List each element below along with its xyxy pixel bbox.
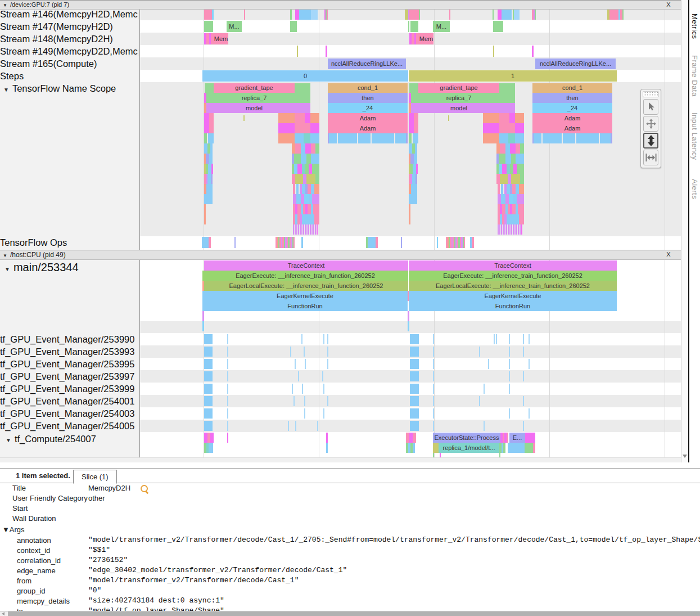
trace-event[interactable]	[204, 123, 209, 133]
trace-event[interactable]	[437, 237, 438, 248]
cpu-track-header[interactable]: ▼/host:CPU (pid 49) X	[0, 250, 681, 260]
trace-event[interactable]	[227, 347, 228, 357]
trace-event[interactable]	[206, 103, 214, 113]
trace-event[interactable]: replica_7	[214, 93, 295, 103]
trace-event[interactable]	[204, 421, 213, 431]
trace-event[interactable]	[409, 83, 418, 93]
trace-event[interactable]	[204, 384, 213, 394]
trace-event[interactable]	[395, 133, 406, 143]
trace-event[interactable]	[313, 224, 314, 235]
trace-event[interactable]	[600, 133, 611, 143]
trace-event[interactable]: M...	[433, 21, 450, 32]
trace-event[interactable]	[205, 83, 214, 93]
track-row-label[interactable]: Stream #146(MemcpyH2D,Memcp	[0, 8, 138, 20]
trace-event[interactable]	[210, 433, 214, 443]
trace-event[interactable]	[507, 433, 508, 443]
trace-event[interactable]	[301, 224, 302, 235]
trace-event[interactable]	[227, 408, 228, 419]
trace-event[interactable]	[498, 8, 502, 20]
trace-event[interactable]	[304, 194, 309, 204]
trace-event[interactable]	[508, 443, 525, 453]
trace-event[interactable]	[576, 133, 599, 143]
trace-event[interactable]: 1	[409, 70, 617, 82]
trace-event[interactable]	[304, 408, 305, 419]
collapse-arrow-icon[interactable]: ▼	[6, 437, 11, 443]
trace-event[interactable]	[520, 174, 524, 184]
trace-event[interactable]	[433, 443, 439, 453]
trace-event[interactable]	[298, 224, 299, 235]
trace-event[interactable]	[479, 347, 480, 357]
trace-event[interactable]: EagerKernelExecute	[202, 291, 408, 301]
trace-event[interactable]	[409, 8, 419, 20]
trace-event[interactable]	[519, 214, 524, 224]
trace-event[interactable]: E...	[509, 433, 525, 443]
trace-event[interactable]	[525, 433, 535, 443]
trace-event[interactable]: replica_1/model/t...	[439, 443, 499, 453]
trace-event[interactable]	[523, 421, 524, 431]
trace-event[interactable]	[499, 113, 509, 123]
trace-event[interactable]: FunctionRun	[202, 301, 408, 311]
trace-event[interactable]	[411, 184, 417, 194]
trace-event[interactable]	[338, 133, 357, 143]
track-row-label[interactable]: Stream #149(MemcpyD2D,Memcp	[0, 45, 138, 57]
side-tab-metrics[interactable]: Metrics	[690, 14, 699, 39]
trace-event[interactable]	[293, 184, 295, 194]
trace-event[interactable]	[202, 321, 204, 331]
trace-event[interactable]	[517, 164, 524, 174]
trace-event[interactable]	[499, 93, 515, 103]
trace-event[interactable]	[411, 93, 418, 103]
trace-event[interactable]	[295, 123, 310, 133]
trace-event[interactable]	[308, 224, 309, 235]
trace-event[interactable]	[409, 194, 417, 204]
timing-tool-button[interactable]	[643, 150, 658, 165]
track-row-label[interactable]: Steps	[0, 70, 138, 82]
trace-event[interactable]	[493, 46, 494, 57]
trace-event[interactable]: FunctionRun	[409, 301, 617, 311]
trace-event[interactable]	[295, 113, 305, 123]
trace-event[interactable]	[509, 347, 510, 357]
trace-event[interactable]	[529, 334, 530, 344]
trace-event[interactable]	[609, 8, 618, 20]
trace-event[interactable]	[408, 321, 409, 331]
trace-event[interactable]	[204, 8, 212, 20]
trace-event[interactable]	[302, 384, 303, 394]
trace-event[interactable]	[209, 443, 213, 453]
trace-event[interactable]	[406, 133, 408, 143]
trace-event[interactable]	[509, 334, 510, 344]
trace-event[interactable]	[433, 347, 434, 357]
trace-event[interactable]	[611, 133, 612, 143]
trace-event[interactable]	[448, 115, 449, 121]
trace-event[interactable]	[506, 224, 507, 235]
trace-event[interactable]	[322, 371, 323, 381]
trace-event[interactable]	[493, 8, 494, 20]
trace-event[interactable]	[509, 384, 510, 394]
trace-event[interactable]	[304, 347, 305, 357]
trace-event[interactable]	[206, 93, 214, 103]
trace-event[interactable]	[411, 103, 418, 113]
trace-event[interactable]	[408, 311, 409, 321]
trace-event[interactable]: model	[214, 103, 295, 113]
trace-event[interactable]	[327, 334, 328, 344]
trace-event[interactable]	[413, 443, 415, 453]
trace-event[interactable]	[494, 334, 495, 344]
trace-event[interactable]	[532, 46, 534, 57]
trace-event[interactable]	[433, 396, 434, 406]
trace-event[interactable]	[311, 143, 315, 154]
trace-event[interactable]: gradient_tape	[214, 83, 295, 93]
trace-event[interactable]	[520, 224, 521, 235]
trace-event[interactable]	[310, 123, 319, 133]
trace-event[interactable]	[295, 421, 296, 431]
trace-event[interactable]	[301, 334, 302, 344]
trace-event[interactable]	[209, 113, 214, 123]
trace-event[interactable]	[499, 103, 515, 113]
trace-event[interactable]	[433, 334, 434, 344]
trace-event[interactable]	[416, 174, 417, 184]
trace-event[interactable]	[410, 347, 419, 357]
trace-event[interactable]	[204, 347, 213, 357]
selection-tool-button[interactable]	[643, 99, 658, 115]
trace-event[interactable]	[483, 133, 499, 143]
trace-event[interactable]: ExecutorState::Process	[433, 433, 500, 443]
trace-event[interactable]	[409, 113, 414, 123]
trace-event[interactable]	[296, 194, 301, 204]
trace-event[interactable]	[413, 133, 418, 143]
